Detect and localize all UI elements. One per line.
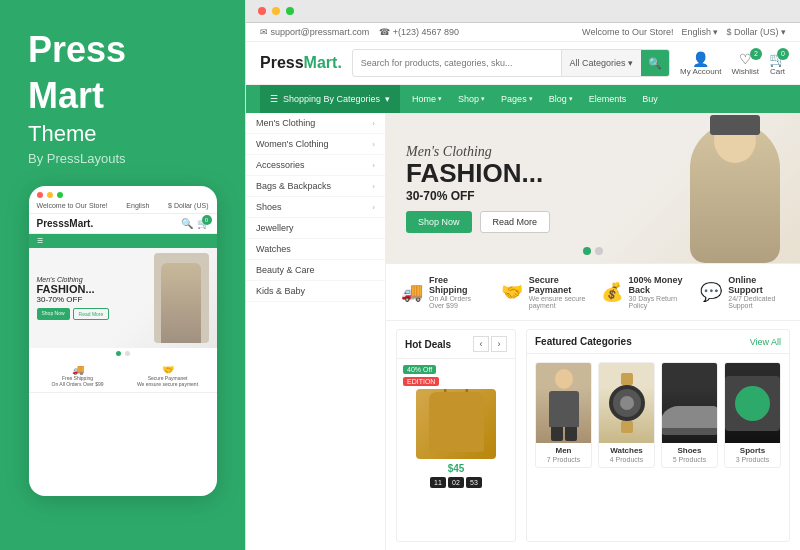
mobile-dots <box>29 186 217 202</box>
search-button[interactable]: 🔍 <box>641 49 669 77</box>
cat-card-men[interactable]: Men 7 Products <box>535 362 592 468</box>
cat-card-sports[interactable]: Sports 3 Products <box>724 362 781 468</box>
sidebar-item-watches[interactable]: Watches <box>246 239 385 260</box>
topbar-left: ✉ support@pressmart.com ☎ +(123) 4567 89… <box>260 27 459 37</box>
mobile-feature-shipping: 🚚 Free Shipping On All Orders Over $99 <box>35 364 121 387</box>
brand-line1: Press <box>28 30 217 70</box>
mobile-slide-dot-1 <box>116 351 121 356</box>
hero-dot-1[interactable] <box>583 247 591 255</box>
hot-deals-prev[interactable]: ‹ <box>473 336 489 352</box>
nav-link-pages[interactable]: Pages▾ <box>493 85 541 113</box>
mobile-logo: PresssMart. <box>37 218 94 229</box>
sidebar-arrow-accessories: › <box>372 161 375 170</box>
store-main: Men's Clothing › Women's Clothing › Acce… <box>246 113 800 550</box>
nav-link-elements[interactable]: Elements <box>581 85 635 113</box>
browser-dot-minimize[interactable] <box>272 7 280 15</box>
sidebar-item-beauty[interactable]: Beauty & Care <box>246 260 385 281</box>
payment-sub: We ensure secure payment <box>529 295 586 309</box>
sidebar-categories: Men's Clothing › Women's Clothing › Acce… <box>246 113 386 550</box>
watch-figure <box>602 371 652 436</box>
hero-slide-dots <box>583 247 603 255</box>
nav-link-home[interactable]: Home▾ <box>404 85 450 113</box>
nav-pages-label: Pages <box>501 94 527 104</box>
men-legs <box>551 427 577 441</box>
search-bar: All Categories ▾ 🔍 <box>352 49 670 77</box>
sidebar-item-jewellery[interactable]: Jewellery <box>246 218 385 239</box>
watch-strap-bottom <box>621 421 633 433</box>
feature-shipping-text: Free Shipping On All Orders Over $99 <box>429 275 486 309</box>
search-input[interactable] <box>353 58 561 68</box>
nav-categories-label: Shopping By Categories <box>283 94 380 104</box>
sports-inner <box>735 386 770 421</box>
hero-text: Men's Clothing FASHION... 30-70% OFF Sho… <box>386 129 570 248</box>
mobile-shop-btn[interactable]: Shop Now <box>37 308 70 320</box>
mobile-mockup: Welcome to Our Store! English $ Dollar (… <box>29 186 217 496</box>
header-actions: 👤 My Account ♡ 2 Wishlist 🛒 0 Cart <box>680 51 786 76</box>
mobile-header: PresssMart. 🔍 🛒 0 <box>29 214 217 234</box>
shipping-title: Free Shipping <box>429 275 486 295</box>
mobile-welcome: Welcome to Our Store! <box>37 202 108 209</box>
featured-header: Featured Categories View All <box>527 330 789 354</box>
sidebar-item-womens-clothing[interactable]: Women's Clothing › <box>246 134 385 155</box>
cat-image-men <box>536 363 591 443</box>
sidebar-arrow-bags: › <box>372 182 375 191</box>
cat-image-sports <box>725 363 780 443</box>
wishlist-button[interactable]: ♡ 2 Wishlist <box>731 51 759 76</box>
hot-deals-next[interactable]: › <box>491 336 507 352</box>
sidebar-item-accessories[interactable]: Accessories › <box>246 155 385 176</box>
mobile-man-image <box>154 253 209 343</box>
timer-minutes: 02 <box>448 477 464 488</box>
account-button[interactable]: 👤 My Account <box>680 51 721 76</box>
money-back-sub: 30 Days Return Policy <box>629 295 686 309</box>
cat-image-watches <box>599 363 654 443</box>
sidebar-label-accessories: Accessories <box>256 160 305 170</box>
sidebar-item-mens-clothing[interactable]: Men's Clothing › <box>246 113 385 134</box>
browser-content: ✉ support@pressmart.com ☎ +(123) 4567 89… <box>246 23 800 550</box>
search-category-dropdown[interactable]: All Categories ▾ <box>561 50 642 76</box>
shipping-icon: 🚚 <box>401 281 423 303</box>
nav-link-blog[interactable]: Blog▾ <box>541 85 581 113</box>
store-logo[interactable]: PressMart. <box>260 54 342 72</box>
brand-title: Press Mart <box>28 30 217 121</box>
view-all-link[interactable]: View All <box>750 337 781 347</box>
cart-label: Cart <box>769 67 786 76</box>
feature-support-text: Online Support 24/7 Dedicated Support <box>728 275 785 309</box>
sidebar-item-bags[interactable]: Bags & Backpacks › <box>246 176 385 197</box>
browser-dot-maximize[interactable] <box>286 7 294 15</box>
topbar-currency[interactable]: $ Dollar (US) ▾ <box>726 27 786 37</box>
browser-dot-close[interactable] <box>258 7 266 15</box>
mobile-dot-green <box>57 192 63 198</box>
hero-read-btn[interactable]: Read More <box>480 211 551 233</box>
hero-shop-btn[interactable]: Shop Now <box>406 211 472 233</box>
sidebar-item-kids[interactable]: Kids & Baby <box>246 281 385 302</box>
hero-off: 30-70% OFF <box>406 189 550 203</box>
sports-shape <box>725 376 780 431</box>
payment-icon: 🤝 <box>501 281 523 303</box>
money-back-icon: 💰 <box>601 281 623 303</box>
sidebar-label-womens-clothing: Women's Clothing <box>256 139 329 149</box>
cat-image-shoes <box>662 363 717 443</box>
nav-categories-btn[interactable]: ☰ Shopping By Categories ▾ <box>260 85 400 113</box>
topbar-language[interactable]: English ▾ <box>681 27 718 37</box>
hero-glasses <box>710 115 760 135</box>
nav-link-buy[interactable]: Buy <box>634 85 666 113</box>
sidebar-label-beauty: Beauty & Care <box>256 265 315 275</box>
hot-deals-title: Hot Deals <box>405 339 451 350</box>
brand-by: By PressLayouts <box>28 151 217 166</box>
sidebar-item-shoes[interactable]: Shoes › <box>246 197 385 218</box>
mobile-read-btn[interactable]: Read More <box>73 308 110 320</box>
hero-dot-2[interactable] <box>595 247 603 255</box>
hot-deals-panel: Hot Deals ‹ › 40% Off EDITION <box>396 329 516 542</box>
mobile-shipping-sub: On All Orders Over $99 <box>35 381 121 387</box>
nav-links: Home▾ Shop▾ Pages▾ Blog▾ Elements Buy <box>404 85 666 113</box>
cat-card-watches[interactable]: Watches 4 Products <box>598 362 655 468</box>
cat-card-shoes[interactable]: Shoes 5 Products <box>661 362 718 468</box>
deal-product-image[interactable] <box>416 389 496 459</box>
nav-link-shop[interactable]: Shop▾ <box>450 85 493 113</box>
cart-button[interactable]: 🛒 0 Cart <box>769 51 786 76</box>
mobile-banner-dots <box>29 348 217 359</box>
shipping-sub: On All Orders Over $99 <box>429 295 486 309</box>
store-topbar: ✉ support@pressmart.com ☎ +(123) 4567 89… <box>246 23 800 42</box>
men-figure <box>549 365 579 441</box>
mobile-features: 🚚 Free Shipping On All Orders Over $99 🤝… <box>29 359 217 393</box>
